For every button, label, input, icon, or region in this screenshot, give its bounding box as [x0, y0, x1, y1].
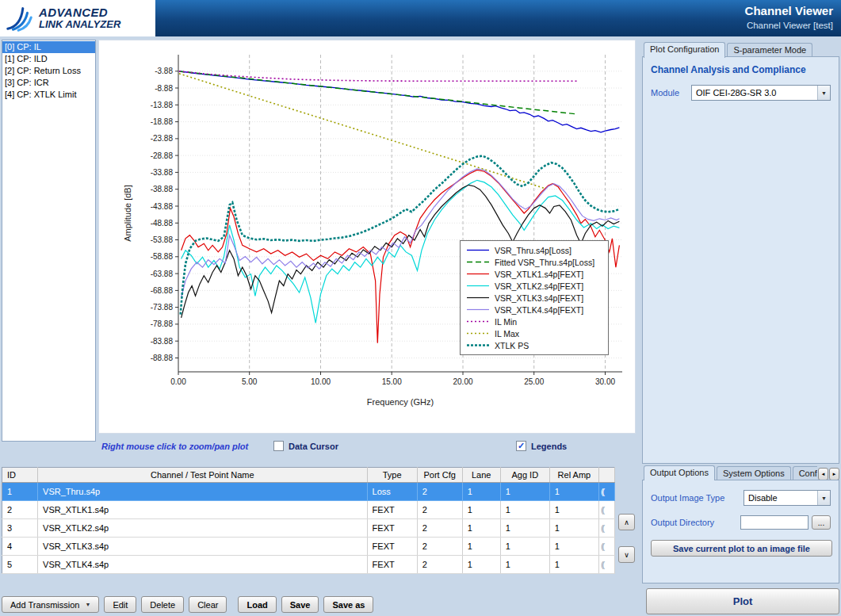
move-row-down-button[interactable]: ∨: [618, 546, 635, 563]
output-image-type-value: Disable: [744, 493, 817, 503]
legend-line-sample: [466, 305, 490, 314]
tab-s-parameter-mode[interactable]: S-parameter Mode: [727, 43, 812, 57]
svg-text:-13.88: -13.88: [151, 101, 174, 109]
svg-text:-3.88: -3.88: [155, 67, 173, 75]
checkpoint-list: [0] CP: IL[1] CP: ILD[2] CP: Return Loss…: [2, 40, 96, 442]
table-row-3[interactable]: 3VSR_XTLK2.s4pFEXT2111((: [2, 519, 615, 538]
svg-text:-18.88: -18.88: [151, 117, 174, 126]
svg-text:-73.88: -73.88: [151, 303, 174, 312]
legend-line-sample: [466, 317, 490, 326]
col-header-agg-id[interactable]: Agg ID: [500, 468, 549, 483]
svg-text:-28.88: -28.88: [151, 151, 174, 160]
svg-text:-8.88: -8.88: [155, 84, 173, 93]
tab-system-options[interactable]: System Options: [717, 466, 791, 480]
tab-plot-configuration[interactable]: Plot Configuration: [644, 42, 725, 58]
data-cursor-label: Data Cursor: [289, 442, 338, 451]
checkpoint-item-2[interactable]: [2] CP: Return Loss: [2, 65, 95, 77]
channel-table: IDChannel / Test Point NameTypePort CfgL…: [2, 467, 615, 574]
waveform-icon: ((: [598, 556, 614, 574]
col-header-channel-test-point-name[interactable]: Channel / Test Point Name: [38, 468, 368, 483]
legend-item-vsr-xtlk1-s4p-fext: VSR_XTLK1.s4p[FEXT]: [461, 268, 608, 280]
logo-line1: ADVANCED: [39, 6, 120, 19]
table-row-5[interactable]: 5VSR_XTLK4.s4pFEXT2111((: [2, 556, 615, 574]
table-header-row: IDChannel / Test Point NameTypePort CfgL…: [2, 468, 615, 483]
save-button[interactable]: Save: [281, 596, 319, 613]
data-cursor-checkbox-box[interactable]: [273, 441, 284, 451]
move-row-up-button[interactable]: ∧: [618, 514, 635, 530]
svg-text:10.00: 10.00: [311, 377, 331, 386]
chevron-down-icon[interactable]: ▼: [817, 491, 830, 505]
right-panel-tabs: Plot ConfigurationS-parameter Mode: [644, 41, 812, 57]
svg-text:-83.88: -83.88: [151, 337, 174, 346]
svg-text:15.00: 15.00: [382, 377, 402, 386]
amplitude-frequency-chart: -3.88-8.88-13.88-18.88-23.88-28.88-33.88…: [99, 40, 636, 434]
add-transmission-button[interactable]: Add Transmission▼: [2, 596, 99, 613]
zoom-pan-hint: Right mouse click to zoom/pan plot: [101, 442, 248, 451]
checkpoint-item-0[interactable]: [0] CP: IL: [2, 41, 95, 53]
add-transmission-button-label: Add Transmission: [10, 600, 79, 610]
tab-output-options[interactable]: Output Options: [644, 465, 715, 480]
output-directory-row: Output Directory ...: [651, 515, 831, 530]
legend-item-vsr-xtlk2-s4p-fext: VSR_XTLK2.s4p[FEXT]: [461, 280, 608, 292]
delete-button[interactable]: Delete: [141, 596, 184, 613]
data-cursor-checkbox[interactable]: Data Cursor: [273, 441, 338, 451]
chevron-down-icon[interactable]: ▼: [817, 86, 830, 100]
svg-text:-38.88: -38.88: [151, 185, 174, 193]
module-dropdown[interactable]: OIF CEI-28G-SR 3.0 ▼: [691, 85, 831, 101]
table-row-1[interactable]: 1VSR_Thru.s4pLoss2111((: [2, 483, 615, 501]
plot-panel[interactable]: -3.88-8.88-13.88-18.88-23.88-28.88-33.88…: [98, 40, 636, 434]
legend-line-sample: [466, 329, 490, 338]
plot-controls-row: Right mouse click to zoom/pan plot Data …: [0, 441, 639, 455]
clear-button[interactable]: Clear: [189, 596, 227, 613]
edit-button[interactable]: Edit: [104, 596, 136, 613]
col-header-id[interactable]: ID: [2, 468, 38, 483]
col-header-lane[interactable]: Lane: [462, 468, 500, 483]
app-window: ADVANCED LINK ANALYZER Channel Viewer Ch…: [0, 0, 841, 616]
legend-item-il-max: IL Max: [461, 327, 608, 339]
logo-swoosh-icon: [5, 4, 35, 33]
plot-configuration-panel: Channel Analysis and Compliance Module O…: [642, 56, 839, 464]
load-button[interactable]: Load: [238, 596, 276, 613]
legend-line-sample: [466, 246, 490, 254]
checkpoint-item-1[interactable]: [1] CP: ILD: [2, 53, 95, 65]
window-title: Channel Viewer: [745, 4, 833, 17]
table-row-4[interactable]: 4VSR_XTLK3.s4pFEXT2111((: [2, 538, 615, 556]
legends-checkbox[interactable]: ✓ Legends: [516, 441, 567, 451]
col-header-rel-amp[interactable]: Rel Amp: [549, 468, 598, 483]
waveform-icon: ((: [598, 501, 614, 519]
output-image-type-label: Output Image Type: [651, 493, 724, 503]
tab-scroll-buttons: ◄ ►: [818, 468, 839, 480]
checkpoint-item-3[interactable]: [3] CP: ICR: [2, 77, 95, 89]
legend-line-sample: [466, 341, 490, 350]
col-header-icon[interactable]: [598, 468, 614, 483]
legends-checkbox-box[interactable]: ✓: [516, 441, 526, 451]
svg-text:30.00: 30.00: [595, 377, 615, 386]
col-header-type[interactable]: Type: [367, 468, 417, 483]
output-tabs: Output OptionsSystem OptionsConfigurat: [644, 465, 817, 480]
load-button-label: Load: [247, 600, 267, 610]
save-plot-image-button[interactable]: Save current plot to an image file: [651, 540, 832, 557]
output-image-type-dropdown[interactable]: Disable ▼: [744, 490, 831, 506]
legend-line-sample: [466, 293, 490, 302]
plot-button[interactable]: Plot: [646, 588, 839, 614]
title-bar: ADVANCED LINK ANALYZER Channel Viewer Ch…: [0, 0, 841, 36]
logo-line2: LINK ANALYZER: [39, 19, 120, 30]
save-button-label: Save: [290, 600, 311, 610]
module-dropdown-value: OIF CEI-28G-SR 3.0: [692, 88, 817, 98]
legend-item-vsr-thru-s4p-loss: VSR_Thru.s4p[Loss]: [461, 244, 608, 256]
table-row-2[interactable]: 2VSR_XTLK1.s4pFEXT2111((: [2, 501, 615, 519]
checkpoint-item-4[interactable]: [4] CP: XTLK Limit: [2, 89, 95, 101]
series-il-min: [179, 71, 577, 81]
svg-text:5.00: 5.00: [242, 377, 258, 386]
col-header-port-cfg[interactable]: Port Cfg: [417, 468, 462, 483]
tab-scroll-right-button[interactable]: ►: [829, 468, 839, 480]
svg-text:-23.88: -23.88: [151, 134, 174, 143]
output-directory-input[interactable]: [740, 515, 809, 530]
tab-scroll-left-button[interactable]: ◄: [818, 468, 828, 480]
legend-item-fitted-vsr-thru-s4p-loss: Fitted VSR_Thru.s4p[Loss]: [461, 256, 608, 268]
browse-button[interactable]: ...: [812, 515, 831, 530]
save-as-button[interactable]: Save as: [323, 596, 373, 613]
tab-configurat[interactable]: Configurat: [793, 466, 817, 480]
svg-text:0.00: 0.00: [170, 377, 186, 386]
output-image-type-row: Output Image Type Disable ▼: [651, 490, 831, 506]
